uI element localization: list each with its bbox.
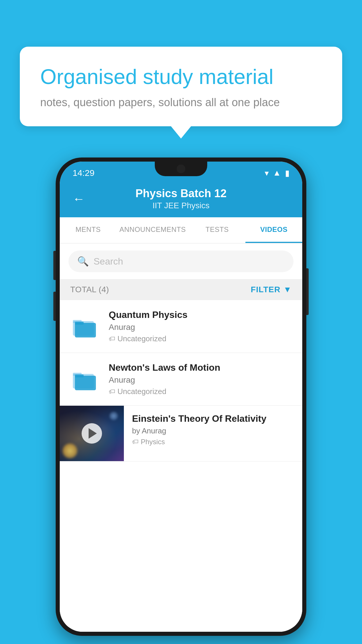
phone-screen: 14:29 ▾ ▲ ▮ ← Physics Batch 12 IIT JEE P… bbox=[60, 162, 302, 632]
bubble-subtitle: notes, question papers, solutions all at… bbox=[40, 96, 322, 109]
power-button[interactable] bbox=[306, 268, 309, 315]
play-triangle bbox=[89, 428, 97, 439]
volume-up-button[interactable] bbox=[53, 251, 56, 280]
list-item[interactable]: Einstein's Theory Of Relativity by Anura… bbox=[60, 406, 302, 461]
phone-shell: 14:29 ▾ ▲ ▮ ← Physics Batch 12 IIT JEE P… bbox=[56, 158, 306, 636]
video-title: Newton's Laws of Motion bbox=[109, 362, 294, 373]
svg-rect-7 bbox=[75, 374, 84, 377]
tag-icon: 🏷 bbox=[109, 388, 115, 396]
phone-notch bbox=[155, 162, 207, 176]
svg-rect-3 bbox=[75, 322, 84, 325]
back-button[interactable]: ← bbox=[73, 192, 85, 206]
phone-mockup: 14:29 ▾ ▲ ▮ ← Physics Batch 12 IIT JEE P… bbox=[56, 158, 306, 636]
search-placeholder: Search bbox=[94, 256, 123, 267]
tag-icon: 🏷 bbox=[132, 438, 138, 446]
search-container: 🔍 Search bbox=[60, 244, 302, 279]
glow-effect bbox=[63, 444, 77, 458]
header-center: Physics Batch 12 IIT JEE Physics bbox=[94, 187, 268, 210]
list-item[interactable]: Newton's Laws of Motion Anurag 🏷 Uncateg… bbox=[60, 353, 302, 406]
tab-ments[interactable]: MENTS bbox=[60, 217, 117, 243]
svg-rect-6 bbox=[75, 376, 96, 390]
search-bar[interactable]: 🔍 Search bbox=[68, 251, 294, 272]
video-tag: 🏷 Physics bbox=[132, 438, 294, 446]
folder-icon bbox=[71, 313, 98, 340]
tag-label: Physics bbox=[141, 438, 165, 446]
status-icons: ▾ ▲ ▮ bbox=[265, 168, 289, 178]
speech-bubble: Organised study material notes, question… bbox=[20, 47, 342, 126]
play-button[interactable] bbox=[82, 423, 102, 444]
status-time: 14:29 bbox=[73, 168, 94, 178]
video-author: Anurag bbox=[109, 375, 294, 385]
video-info: Newton's Laws of Motion Anurag 🏷 Uncateg… bbox=[109, 362, 294, 396]
video-author: by Anurag bbox=[132, 426, 294, 435]
battery-icon: ▮ bbox=[285, 168, 289, 178]
video-thumbnail bbox=[60, 406, 124, 461]
folder-thumbnail bbox=[68, 310, 101, 342]
wifi-icon: ▾ bbox=[265, 168, 269, 178]
video-info: Quantum Physics Anurag 🏷 Uncategorized bbox=[109, 309, 294, 343]
tag-icon: 🏷 bbox=[109, 335, 115, 343]
svg-rect-2 bbox=[75, 323, 96, 337]
screen-content: 14:29 ▾ ▲ ▮ ← Physics Batch 12 IIT JEE P… bbox=[60, 162, 302, 632]
video-title: Einstein's Theory Of Relativity bbox=[132, 413, 294, 424]
bubble-title: Organised study material bbox=[40, 64, 322, 89]
filter-button[interactable]: FILTER ▼ bbox=[251, 285, 292, 294]
video-tag: 🏷 Uncategorized bbox=[109, 334, 294, 343]
filter-icon: ▼ bbox=[283, 285, 292, 294]
video-info: Einstein's Theory Of Relativity by Anura… bbox=[124, 406, 302, 454]
tab-tests[interactable]: TESTS bbox=[189, 217, 246, 243]
tag-label: Uncategorized bbox=[117, 334, 166, 343]
video-tag: 🏷 Uncategorized bbox=[109, 387, 294, 396]
folder-thumbnail bbox=[68, 363, 101, 395]
tag-label: Uncategorized bbox=[117, 387, 166, 396]
filter-label: FILTER bbox=[251, 285, 280, 294]
signal-icon: ▲ bbox=[273, 168, 281, 178]
tab-videos[interactable]: VIDEOS bbox=[245, 217, 302, 243]
folder-icon bbox=[71, 366, 98, 392]
app-header: ← Physics Batch 12 IIT JEE Physics bbox=[60, 181, 302, 217]
video-list: Quantum Physics Anurag 🏷 Uncategorized bbox=[60, 300, 302, 632]
volume-down-button[interactable] bbox=[53, 292, 56, 321]
tabs-container: MENTS ANNOUNCEMENTS TESTS VIDEOS bbox=[60, 217, 302, 244]
search-icon: 🔍 bbox=[77, 256, 89, 267]
video-title: Quantum Physics bbox=[109, 309, 294, 320]
header-title: Physics Batch 12 bbox=[94, 187, 268, 200]
star-effect bbox=[109, 412, 118, 420]
list-item[interactable]: Quantum Physics Anurag 🏷 Uncategorized bbox=[60, 300, 302, 353]
filter-bar: TOTAL (4) FILTER ▼ bbox=[60, 279, 302, 300]
header-subtitle: IIT JEE Physics bbox=[94, 201, 268, 210]
video-author: Anurag bbox=[109, 323, 294, 332]
total-count: TOTAL (4) bbox=[70, 285, 109, 294]
tab-announcements[interactable]: ANNOUNCEMENTS bbox=[117, 217, 189, 243]
camera bbox=[177, 164, 185, 173]
